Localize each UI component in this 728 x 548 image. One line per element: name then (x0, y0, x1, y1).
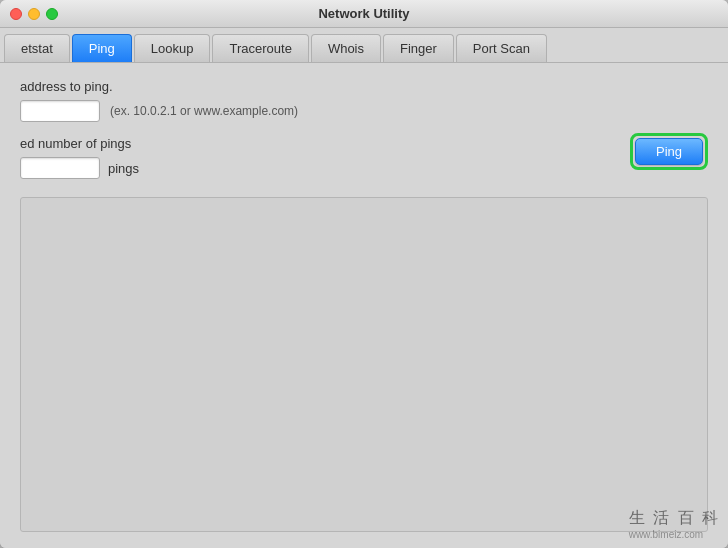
content-area: address to ping. (ex. 10.0.2.1 or www.ex… (0, 63, 728, 548)
output-area (20, 197, 708, 532)
tab-ping[interactable]: Ping (72, 34, 132, 62)
ping-button[interactable]: Ping (635, 138, 703, 165)
address-input[interactable] (20, 100, 100, 122)
tab-portscan[interactable]: Port Scan (456, 34, 547, 62)
tab-lookup[interactable]: Lookup (134, 34, 211, 62)
address-label: address to ping. (20, 79, 708, 94)
traffic-lights (10, 8, 58, 20)
maximize-button[interactable] (46, 8, 58, 20)
watermark: 生 活 百 科 www.bimeiz.com (629, 508, 720, 540)
pings-row: pings (20, 157, 708, 179)
title-bar: Network Utility (0, 0, 728, 28)
watermark-chinese: 生 活 百 科 (629, 508, 720, 529)
address-field-group: address to ping. (ex. 10.0.2.1 or www.ex… (20, 79, 708, 122)
tabs-bar: etstat Ping Lookup Traceroute Whois Fing… (0, 28, 728, 63)
address-row: (ex. 10.0.2.1 or www.example.com) (20, 100, 708, 122)
pings-field-group: ed number of pings pings (20, 136, 708, 179)
ping-button-wrapper: Ping (630, 133, 708, 170)
window-title: Network Utility (318, 6, 409, 21)
address-hint: (ex. 10.0.2.1 or www.example.com) (110, 104, 298, 118)
tab-finger[interactable]: Finger (383, 34, 454, 62)
close-button[interactable] (10, 8, 22, 20)
tab-netstat[interactable]: etstat (4, 34, 70, 62)
pings-input[interactable] (20, 157, 100, 179)
minimize-button[interactable] (28, 8, 40, 20)
pings-label: ed number of pings (20, 136, 708, 151)
watermark-url: www.bimeiz.com (629, 529, 720, 540)
pings-suffix: pings (108, 161, 139, 176)
app-window: Network Utility etstat Ping Lookup Trace… (0, 0, 728, 548)
tab-whois[interactable]: Whois (311, 34, 381, 62)
tab-traceroute[interactable]: Traceroute (212, 34, 308, 62)
